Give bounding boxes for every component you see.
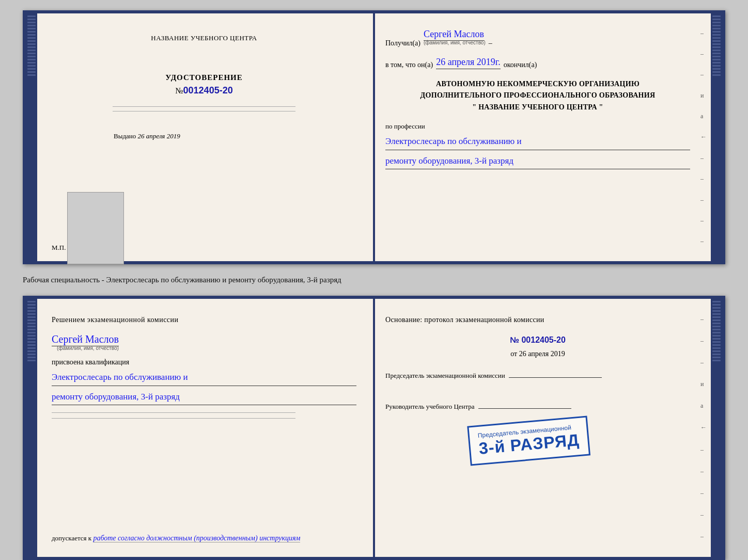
page-left-2: Решением экзаменационной комиссии Сергей… — [37, 299, 371, 557]
profession1-left-2: Электрослесарь по обслуживанию и — [52, 370, 356, 386]
po-professii-label: по профессии — [385, 122, 690, 131]
org-line2: ДОПОЛНИТЕЛЬНОГО ПРОФЕССИОНАЛЬНОГО ОБРАЗО… — [385, 90, 690, 101]
spine-right-1 — [711, 13, 722, 261]
mp-label: М.П. — [52, 244, 66, 252]
org-block: АВТОНОМНУЮ НЕКОММЕРЧЕСКУЮ ОРГАНИЗАЦИЮ ДО… — [385, 78, 690, 113]
vtom-label: в том, что он(а) — [385, 61, 433, 69]
vtom-line: в том, что он(а) 26 апреля 2019г. окончи… — [385, 57, 690, 69]
ot-label: от — [510, 350, 517, 358]
org-line1: АВТОНОМНУЮ НЕКОММЕРЧЕСКУЮ ОРГАНИЗАЦИЮ — [385, 78, 690, 90]
cert-number: 0012405-20 — [183, 85, 233, 95]
vydano-label: Выдано — [114, 132, 136, 140]
spine-left-2 — [26, 299, 37, 557]
profession1-right: Электрослесарь по обслуживанию и — [385, 134, 690, 150]
page-right-1: – – – и а ← – – – – – Получил(а) Сергей … — [371, 13, 711, 261]
stamp: Председатель экзаменационной 3-й РАЗРЯД — [467, 415, 590, 466]
prisvoena-text: присвоена квалификация — [52, 358, 356, 366]
profession2-right: ремонту оборудования, 3-й разряд — [385, 153, 690, 170]
org-title-left: НАЗВАНИЕ УЧЕБНОГО ЦЕНТРА — [52, 34, 356, 42]
resheniem-title: Решением экзаменационной комиссии — [52, 314, 356, 325]
rukovoditel-line: Руководитель учебного Центра — [385, 402, 690, 412]
profession2-left-2: ремонту оборудования, 3-й разряд — [52, 389, 356, 406]
rukovoditel-label: Руководитель учебного Центра — [385, 403, 475, 410]
vydano-line: Выдано 26 апреля 2019 — [114, 132, 356, 140]
poluchil-label: Получил(а) — [385, 39, 420, 47]
fio-sublabel-2: (фамилия, имя, отчество) — [57, 345, 356, 351]
poluchil-name-block: Сергей Маслов (фамилия, имя, отчество) — [424, 29, 486, 45]
dopuskaetsya-value: работе согласно должностным (производств… — [93, 534, 300, 542]
vtom-date: 26 апреля 2019г. — [436, 57, 501, 69]
ot-date-value: 26 апреля 2019 — [519, 350, 565, 358]
dash-after-name: – — [489, 39, 492, 47]
page-right-2: – – – и а ← – – – – – Основание: протоко… — [371, 299, 711, 557]
poluchil-line: Получил(а) Сергей Маслов (фамилия, имя, … — [385, 29, 690, 47]
name-block-2: Сергей Маслов (фамилия, имя, отчество) — [52, 333, 356, 351]
certificate-book-1: НАЗВАНИЕ УЧЕБНОГО ЦЕНТРА УДОСТОВЕРЕНИЕ №… — [23, 10, 725, 264]
okonchil-label: окончил(а) — [504, 61, 537, 69]
predsedatel-label: Председатель экзаменационной комиссии — [385, 372, 505, 379]
spine-left-1 — [26, 13, 37, 261]
vydano-date: 26 апреля 2019 — [138, 132, 180, 140]
poluchil-name: Сергей Маслов — [424, 29, 484, 41]
name-2: Сергей Маслов — [52, 333, 119, 346]
osnovanie-title: Основание: протокол экзаменационной коми… — [385, 314, 690, 325]
page-left-1: НАЗВАНИЕ УЧЕБНОГО ЦЕНТРА УДОСТОВЕРЕНИЕ №… — [37, 13, 371, 261]
udostoverenie-num: №0012405-20 — [52, 85, 356, 96]
udostoverenie-title: УДОСТОВЕРЕНИЕ — [52, 73, 356, 82]
photo-placeholder — [67, 192, 124, 264]
fio-sublabel-1: (фамилия, имя, отчество) — [424, 40, 486, 45]
protocol-num: № 0012405-20 — [385, 335, 690, 345]
caption-text: Рабочая специальность - Электрослесарь п… — [23, 273, 725, 287]
right-dashes-1: – – – и а ← – – – – – — [700, 24, 707, 251]
right-dashes-2: – – – и а ← – – – – – — [700, 309, 707, 547]
predsedatel-line: Председатель экзаменационной комиссии — [385, 371, 690, 381]
org-line3: " НАЗВАНИЕ УЧЕБНОГО ЦЕНТРА " — [385, 102, 690, 113]
dopuskaetsya-block: допускается к работе согласно должностны… — [52, 534, 356, 542]
certificate-book-2: Решением экзаменационной комиссии Сергей… — [23, 296, 725, 560]
udostoverenie-block: УДОСТОВЕРЕНИЕ №0012405-20 — [52, 73, 356, 111]
spine-right-2 — [711, 299, 722, 557]
dopuskaetsya-label: допускается к — [52, 534, 91, 542]
ot-date: от 26 апреля 2019 — [385, 350, 690, 358]
